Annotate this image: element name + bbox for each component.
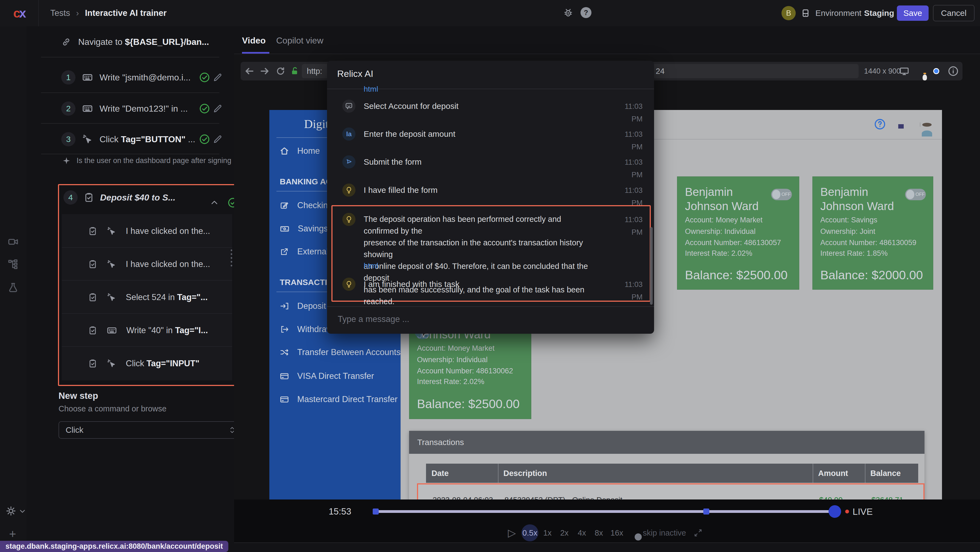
substep-1[interactable]: I have clicked on the... bbox=[88, 226, 210, 236]
html-link[interactable]: html bbox=[364, 262, 378, 270]
bank-nav-home[interactable]: Home bbox=[280, 146, 320, 156]
substep-2[interactable]: I have clicked on the... bbox=[88, 259, 210, 269]
breadcrumb: Tests › Interactive AI trainer bbox=[50, 0, 167, 26]
col-description[interactable]: Description bbox=[503, 464, 547, 483]
pencil-icon[interactable] bbox=[213, 104, 223, 113]
chat-message-long: The deposit operation has been performed… bbox=[364, 213, 590, 308]
video-camera-icon[interactable] bbox=[7, 236, 19, 247]
bank-nav-mastercard-transfer[interactable]: Mastercard Direct Transfer bbox=[280, 394, 398, 404]
chevron-up-icon[interactable] bbox=[210, 198, 219, 207]
divider bbox=[498, 464, 498, 483]
substep-3[interactable]: Select 524 in Tag="... bbox=[88, 292, 208, 302]
bank-nav-deposit[interactable]: Deposit bbox=[280, 301, 326, 311]
bank-nav-savings[interactable]: Savings bbox=[280, 224, 328, 234]
command-dropdown[interactable]: Click bbox=[59, 421, 243, 439]
pencil-icon[interactable] bbox=[213, 72, 223, 82]
chat-title: Relicx AI bbox=[337, 69, 373, 79]
url-text: http: bbox=[307, 67, 322, 76]
col-balance[interactable]: Balance bbox=[870, 464, 901, 483]
save-button[interactable]: Save bbox=[897, 5, 929, 21]
cancel-button[interactable]: Cancel bbox=[933, 5, 975, 21]
info-icon[interactable] bbox=[947, 65, 959, 77]
substep-label: I have clicked on the... bbox=[126, 226, 210, 236]
help-icon[interactable]: ? bbox=[581, 7, 592, 18]
step-2[interactable]: 2 Write "Demo123!" in ... bbox=[61, 102, 188, 116]
substep-label-bold: Tag="I... bbox=[175, 325, 208, 335]
speed-2x[interactable]: 2x bbox=[560, 528, 569, 538]
fullscreen-icon[interactable] bbox=[694, 528, 703, 538]
step-4-header[interactable]: 4 Deposit $40 to S... bbox=[64, 190, 175, 204]
breadcrumb-separator: › bbox=[76, 8, 79, 18]
step-navigate[interactable]: Navigate to ${BASE_URL}/ban... bbox=[61, 37, 209, 47]
deposit-icon bbox=[280, 302, 289, 311]
skip-inactive-label: skip inactive bbox=[643, 528, 686, 538]
speed-1x[interactable]: 1x bbox=[543, 528, 552, 538]
col-date[interactable]: Date bbox=[431, 469, 449, 478]
substep-5[interactable]: Click Tag="INPUT" bbox=[88, 359, 199, 369]
footer-strip bbox=[234, 542, 980, 552]
tab-video[interactable]: Video bbox=[242, 35, 266, 46]
avatar[interactable]: B bbox=[781, 6, 796, 20]
speed-8x[interactable]: 8x bbox=[595, 528, 603, 538]
card-toggle-off[interactable]: OFF bbox=[905, 189, 926, 200]
pencil-icon[interactable] bbox=[213, 134, 223, 144]
check-circle-icon bbox=[199, 103, 210, 114]
speed-16x[interactable]: 16x bbox=[611, 528, 624, 538]
breadcrumb-tests[interactable]: Tests bbox=[50, 8, 70, 18]
gear-icon[interactable] bbox=[5, 506, 16, 517]
lightbulb-icon bbox=[342, 278, 355, 291]
card-toggle-off[interactable]: OFF bbox=[771, 189, 792, 200]
left-icon-rail: + bbox=[0, 26, 27, 552]
flask-icon[interactable] bbox=[7, 282, 19, 294]
bank-nav-visa-transfer[interactable]: VISA Direct Transfer bbox=[280, 371, 374, 381]
bank-user-avatar[interactable] bbox=[920, 122, 920, 127]
scrolled-html-link[interactable]: html bbox=[364, 85, 378, 94]
back-icon[interactable] bbox=[244, 66, 255, 76]
bank-help-icon[interactable] bbox=[873, 118, 886, 131]
bank-nav-external[interactable]: External bbox=[280, 247, 328, 257]
logo-letter-c: c bbox=[13, 6, 19, 21]
step-1[interactable]: 1 Write "jsmith@demo.i... bbox=[61, 70, 191, 85]
account-card-savings-486130059[interactable]: Benjamin Johnson Ward OFF Account: Savin… bbox=[812, 176, 933, 290]
lightbulb-icon bbox=[342, 213, 355, 226]
step-3[interactable]: 3 Click Tag="BUTTON" ... bbox=[61, 132, 195, 146]
bank-nav-withdraw[interactable]: Withdraw bbox=[280, 324, 332, 334]
speed-0.5x-active[interactable]: 0.5x bbox=[522, 524, 538, 541]
bug-icon[interactable] bbox=[563, 7, 574, 18]
col-amount[interactable]: Amount bbox=[818, 464, 848, 483]
timeline-track[interactable] bbox=[375, 510, 835, 513]
card-ownership: Ownership: Individual bbox=[417, 356, 488, 364]
plus-icon[interactable]: + bbox=[9, 527, 16, 541]
account-card-money-market-486130057[interactable]: Benjamin Johnson Ward OFF Account: Money… bbox=[677, 176, 799, 290]
environment-icon bbox=[800, 8, 810, 18]
check-circle-icon bbox=[199, 134, 210, 145]
assertion-row[interactable]: Is the user on the dashboard page after … bbox=[62, 156, 231, 165]
card-balance: Balance: $2000.00 bbox=[820, 268, 923, 282]
forward-icon[interactable] bbox=[259, 66, 270, 76]
assertion-label: Is the user on the dashboard page after … bbox=[76, 156, 231, 165]
flow-tree-icon[interactable] bbox=[7, 258, 19, 270]
chat-message: Enter the deposit amount bbox=[364, 129, 455, 139]
step-label: Write "Demo123!" in ... bbox=[100, 104, 188, 114]
play-icon[interactable]: ▷ bbox=[508, 527, 516, 539]
substep-label: Select 524 in bbox=[126, 292, 177, 302]
substep-4[interactable]: Write "40" in Tag="I... bbox=[88, 325, 208, 336]
bank-n av-transfer[interactable]: Transfer Between Accounts bbox=[280, 348, 401, 357]
substep-label: Click bbox=[126, 359, 146, 368]
keyboard-icon bbox=[82, 103, 93, 114]
chat-scrollbar[interactable] bbox=[650, 227, 653, 305]
reload-icon[interactable] bbox=[275, 66, 285, 76]
tab-active-underline bbox=[242, 52, 269, 54]
tab-copilot-view[interactable]: Copilot view bbox=[276, 35, 323, 46]
step-label: Click bbox=[100, 134, 121, 144]
timeline-chapter-marker[interactable] bbox=[703, 509, 709, 515]
chat-message-input[interactable] bbox=[337, 314, 612, 324]
environment-value[interactable]: Staging bbox=[864, 8, 894, 18]
chevron-down-icon[interactable] bbox=[18, 507, 27, 515]
relicx-logo[interactable]: cx bbox=[0, 0, 39, 26]
timeline-thumb[interactable] bbox=[829, 505, 841, 518]
bank-nav-checking[interactable]: Checking bbox=[280, 201, 332, 211]
timeline-start-marker[interactable] bbox=[373, 509, 379, 515]
card-account-number: Account Number: 486130059 bbox=[820, 239, 916, 247]
speed-4x[interactable]: 4x bbox=[578, 528, 586, 538]
